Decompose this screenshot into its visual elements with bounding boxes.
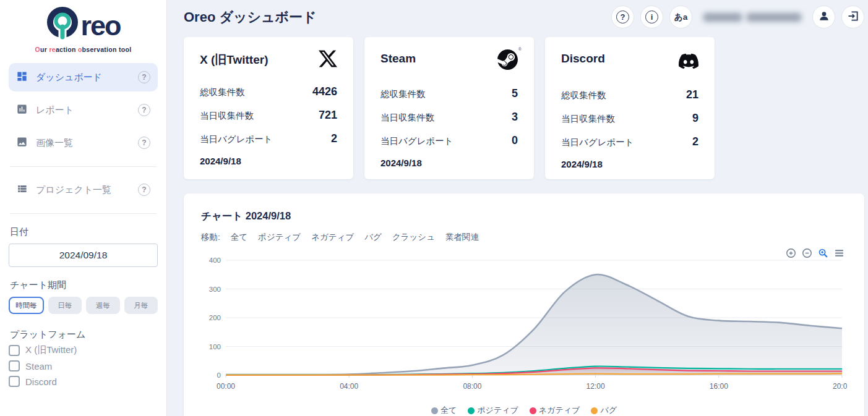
period-daily-button[interactable]: 日毎 — [48, 297, 82, 314]
period-monthly-button[interactable]: 月毎 — [124, 297, 158, 314]
help-icon[interactable]: ? — [138, 137, 150, 149]
help-icon[interactable]: ? — [138, 184, 150, 196]
svg-text:08:00: 08:00 — [463, 382, 481, 391]
help-icon[interactable]: ? — [138, 104, 150, 116]
svg-text:16:00: 16:00 — [710, 382, 728, 391]
stat-value: 2 — [331, 132, 337, 145]
date-section-label: 日付 — [10, 226, 157, 238]
stat-label: 当日収集件数 — [380, 112, 434, 124]
stat-label: 当日収集件数 — [200, 110, 254, 122]
date-input[interactable] — [9, 244, 158, 267]
stat-label: 当日バグレポート — [200, 134, 273, 145]
divider — [10, 213, 157, 214]
checkbox[interactable] — [9, 360, 20, 371]
filter-link-all[interactable]: 全て — [231, 232, 247, 243]
page-title: Oreo ダッシュボード — [184, 8, 317, 27]
svg-text:12:00: 12:00 — [587, 382, 605, 391]
svg-text:300: 300 — [209, 286, 221, 293]
filter-link-positive[interactable]: ポジティブ — [258, 232, 301, 243]
filter-link-bug[interactable]: バグ — [364, 232, 382, 243]
legend-dot — [431, 407, 438, 414]
sidebar-item-label: 画像一覧 — [36, 137, 130, 149]
legend-label: ポジティブ — [477, 405, 518, 416]
menu-icon[interactable] — [834, 248, 844, 258]
stat-label: 総収集件数 — [561, 90, 606, 101]
language-icon: あa — [674, 12, 687, 23]
chart-period-toggle: 時間毎 日毎 週毎 月毎 — [9, 297, 158, 314]
legend-item[interactable]: バグ — [591, 405, 617, 416]
stat-value: 9 — [692, 112, 698, 125]
svg-text:20:00: 20:00 — [833, 382, 847, 391]
dashboard-icon — [16, 70, 28, 84]
stat-value: 21 — [686, 88, 698, 101]
stat-cards-row: X (旧Twitter) 総収集件数4426 当日収集件数721 当日バグレポー… — [184, 37, 864, 179]
sidebar-item-reports[interactable]: レポート ? — [9, 96, 158, 124]
sidebar-item-label: プロジェクト一覧 — [36, 184, 130, 196]
steam-logo-icon: ® — [497, 49, 518, 72]
card-title: X (旧Twitter) — [200, 49, 268, 68]
timeseries-chart[interactable]: 010020030040000:0004:0008:0012:0016:0020… — [201, 252, 847, 399]
language-toggle-button[interactable]: あa — [669, 6, 692, 28]
legend-item[interactable]: ポジティブ — [468, 405, 518, 416]
question-icon: ? — [616, 11, 629, 23]
stat-label: 当日バグレポート — [561, 137, 634, 148]
stat-value: 5 — [512, 87, 518, 100]
help-button[interactable]: ? — [611, 6, 634, 28]
card-title: Steam — [380, 49, 416, 66]
filter-link-crash[interactable]: クラッシュ — [392, 232, 435, 243]
platform-filter-x: X (旧Twitter) — [9, 344, 158, 356]
sidebar-item-label: ダッシュボード — [36, 72, 130, 83]
sidebar-item-projects[interactable]: プロジェクト一覧 ? — [9, 176, 158, 204]
divider — [10, 166, 157, 167]
help-icon[interactable]: ? — [138, 71, 150, 83]
top-bar: Oreo ダッシュボード ? i あa — [184, 0, 864, 34]
chart-toolbar — [786, 248, 844, 258]
info-button[interactable]: i — [640, 6, 663, 28]
selection-zoom-icon[interactable] — [818, 248, 828, 258]
stat-value: 0 — [512, 134, 518, 147]
platform-section-label: プラットフォーム — [10, 329, 157, 341]
person-icon — [818, 10, 830, 25]
logout-icon — [847, 10, 859, 25]
platform-label: X (旧Twitter) — [25, 344, 77, 356]
sidebar-item-images[interactable]: 画像一覧 ? — [9, 129, 158, 157]
image-icon — [16, 136, 28, 150]
legend-item[interactable]: ネガティブ — [530, 405, 580, 416]
stat-value: 2 — [692, 135, 698, 148]
period-hourly-button[interactable]: 時間毎 — [9, 297, 44, 314]
stat-card-steam: Steam ® 総収集件数5 当日収集件数3 当日バグレポート0 2024/9/… — [364, 37, 534, 179]
platform-label: Steam — [25, 361, 52, 371]
filter-link-vendor[interactable]: 業者関連 — [445, 232, 479, 243]
legend-label: バグ — [600, 405, 617, 416]
logo-wordmark: reo — [80, 12, 120, 40]
stat-value: 3 — [512, 111, 518, 124]
stat-card-x: X (旧Twitter) 総収集件数4426 当日収集件数721 当日バグレポー… — [184, 37, 353, 179]
filter-link-negative[interactable]: ネガティブ — [311, 232, 354, 243]
app-logo: reo Our reaction observation tool — [9, 6, 158, 53]
x-logo-icon — [319, 49, 337, 70]
discord-logo-icon — [679, 49, 698, 74]
main-content: Oreo ダッシュボード ? i あa — [167, 0, 868, 416]
logout-button[interactable] — [841, 6, 864, 28]
account-button[interactable] — [812, 6, 835, 28]
checkbox[interactable] — [9, 345, 20, 356]
svg-text:0: 0 — [217, 371, 221, 379]
period-weekly-button[interactable]: 週毎 — [86, 297, 120, 314]
chart-legend: 全てポジティブネガティブバグ — [201, 405, 847, 416]
sidebar-item-dashboard[interactable]: ダッシュボード ? — [9, 63, 158, 91]
stat-date: 2024/9/18 — [380, 158, 518, 168]
chart-title: チャート 2024/9/18 — [201, 210, 847, 223]
stat-label: 当日収集件数 — [561, 113, 615, 125]
legend-item[interactable]: 全て — [431, 405, 457, 416]
legend-dot — [591, 407, 598, 414]
checkbox[interactable] — [9, 376, 20, 387]
chart-filter-row: 移動: 全て ポジティブ ネガティブ バグ クラッシュ 業者関連 — [201, 232, 847, 243]
chart-card: チャート 2024/9/18 移動: 全て ポジティブ ネガティブ バグ クラッ… — [184, 193, 864, 416]
svg-text:200: 200 — [209, 314, 221, 321]
period-section-label: チャート期間 — [10, 279, 157, 291]
list-icon — [16, 183, 28, 197]
zoom-out-icon[interactable] — [802, 248, 812, 258]
zoom-in-icon[interactable] — [786, 248, 796, 258]
legend-label: 全て — [440, 405, 457, 416]
sidebar-item-label: レポート — [36, 104, 130, 116]
